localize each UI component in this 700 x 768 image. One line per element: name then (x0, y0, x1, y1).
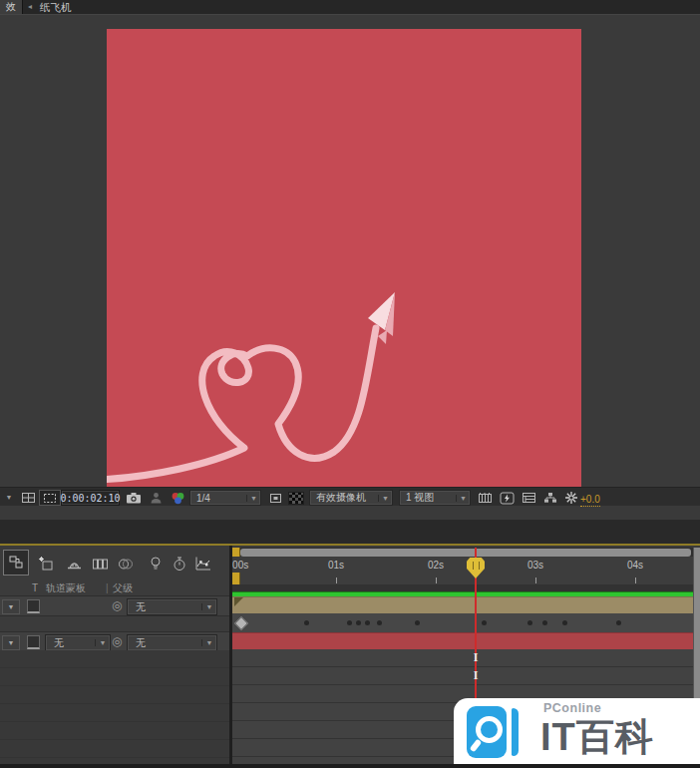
3d-view-value: 有效摄像机 (310, 491, 378, 505)
magnification-dropdown[interactable]: 1/4 ▼ (189, 490, 261, 506)
column-t-label: T (32, 581, 38, 595)
keyframe-dot[interactable] (562, 620, 567, 625)
keyframe-diamond[interactable] (234, 616, 248, 630)
comp-button-icon (8, 555, 24, 571)
shy-guy-icon (66, 556, 83, 573)
layer-2-checkbox[interactable] (27, 635, 40, 649)
fast-previews-button[interactable] (497, 490, 518, 506)
collapse-panel-icon[interactable]: ◂ (25, 0, 35, 14)
magnifier-handle (470, 739, 483, 753)
keyframe-dot[interactable] (415, 620, 420, 625)
person-icon (150, 492, 163, 504)
time-ruler[interactable]: 0:00s01s02s03s04s (232, 557, 700, 585)
view-layout-value: 1 视图 (400, 491, 456, 505)
keyframe-dot[interactable] (365, 620, 370, 625)
magnifier-icon (476, 716, 503, 743)
layer-2-expander[interactable]: ▼ (2, 635, 20, 650)
show-last-snapshot-button[interactable] (146, 490, 166, 506)
transparency-grid-button[interactable] (286, 490, 306, 506)
composition-canvas[interactable] (107, 29, 581, 487)
motion-blur-button[interactable] (114, 552, 138, 576)
resolution-toggle-button[interactable] (265, 490, 285, 506)
keyframe-dot[interactable] (304, 620, 309, 625)
ruler-tick (635, 577, 636, 583)
cti-grip (473, 562, 480, 570)
grid-guides-icon (21, 492, 36, 504)
grid-and-guides-button[interactable] (17, 490, 39, 506)
chevron-down-icon: ▼ (201, 639, 216, 646)
draft-3d-icon (38, 556, 55, 573)
keyframe-dot[interactable] (616, 620, 621, 625)
keyframe-track[interactable] (232, 613, 700, 633)
layer-row-1-controls: ▼ ◎ 无 ▼ (0, 595, 229, 616)
layer-2-parent-value: 无 (128, 636, 201, 650)
column-trkmat-label[interactable]: 轨道蒙板 (46, 581, 86, 595)
reset-exposure-button[interactable] (561, 490, 580, 506)
keyframe-dot[interactable] (482, 620, 487, 625)
composition-name-tab[interactable]: 纸飞机 (40, 0, 72, 14)
region-of-interest-button[interactable] (39, 490, 61, 506)
layer-2-parent-dropdown[interactable]: 无 ▼ (127, 634, 217, 651)
layer-1-pick-whip-icon[interactable]: ◎ (112, 597, 122, 614)
ruler-label: 03s (527, 560, 543, 571)
timeline-panel-button[interactable] (519, 490, 539, 506)
frame-blending-button[interactable] (88, 552, 112, 576)
ruler-label: 02s (428, 560, 444, 571)
exposure-value[interactable]: +0.0 (580, 492, 600, 507)
panel-menu-arrow-icon[interactable]: ▼ (3, 490, 15, 504)
comp-mini-flowchart-button[interactable] (3, 550, 29, 576)
chevron-down-icon: ▼ (456, 495, 470, 502)
keyframe-dot[interactable] (377, 620, 382, 625)
keyframe-dot[interactable] (527, 620, 532, 625)
chevron-down-icon: ▼ (378, 495, 392, 502)
graph-editor-button[interactable] (191, 552, 215, 576)
timeline-icon (522, 492, 536, 504)
keyframe-dot[interactable] (356, 620, 361, 625)
auto-keyframe-button[interactable] (168, 552, 191, 576)
layer-2-pick-whip-icon[interactable]: ◎ (112, 633, 122, 650)
pixel-aspect-correction-button[interactable] (475, 490, 496, 506)
checkerboard-icon (288, 492, 304, 505)
keyframe-dot[interactable] (542, 620, 547, 625)
comp-flowchart-button[interactable] (540, 490, 559, 506)
draft-3d-button[interactable] (34, 552, 58, 576)
magnification-value: 1/4 (190, 493, 246, 504)
watermark-book-icon (467, 706, 507, 758)
tab-effect-controls[interactable]: 效 (0, 0, 23, 14)
column-parent-label[interactable]: 父级 (113, 581, 133, 595)
show-channel-button[interactable] (167, 490, 188, 506)
chevron-down-icon: ▼ (201, 603, 216, 610)
exposure-star-icon (564, 491, 578, 505)
region-of-interest-icon (43, 493, 57, 504)
3d-view-dropdown[interactable]: 有效摄像机 ▼ (309, 490, 393, 506)
playhead-ibeam-mark: I (474, 669, 479, 681)
pixel-aspect-icon (478, 492, 493, 504)
layer-2-duration-bar[interactable] (232, 632, 693, 650)
ruler-tick (436, 577, 437, 583)
layer-1-parent-value: 无 (128, 600, 201, 614)
panel-gap (0, 520, 700, 544)
flowchart-icon (543, 492, 557, 504)
layer-1-parent-dropdown[interactable]: 无 ▼ (127, 598, 217, 615)
ruler-label: 01s (328, 560, 344, 571)
layer-1-checkbox[interactable] (27, 599, 40, 613)
heart-trail-stroke (107, 328, 376, 480)
viewer-toolbar: ▼ 0:00:02:10 1/4 (0, 487, 700, 506)
layer-2-trkmat-value: 无 (46, 636, 95, 650)
take-snapshot-button[interactable] (122, 490, 145, 506)
layer-in-point-notch (234, 597, 243, 606)
timeline-column-header: T 轨道蒙板 | 父级 (0, 580, 229, 596)
hide-shy-layers-button[interactable] (62, 552, 86, 576)
layer-1-duration-bar[interactable] (232, 596, 693, 614)
current-time-display[interactable]: 0:00:02:10 (61, 490, 120, 506)
keyframe-dot[interactable] (347, 620, 352, 625)
live-update-button[interactable] (144, 552, 168, 576)
layer-1-expander[interactable]: ▼ (2, 599, 20, 614)
view-layout-dropdown[interactable]: 1 视图 ▼ (399, 490, 471, 506)
layer-2-trkmat-dropdown[interactable]: 无 ▼ (45, 634, 111, 651)
motion-blur-icon (117, 557, 135, 572)
lightning-icon (500, 492, 515, 505)
horizontal-scrollbar[interactable] (240, 549, 691, 557)
bottom-border (0, 764, 700, 768)
watermark-title-text: IT百科 (540, 712, 654, 763)
